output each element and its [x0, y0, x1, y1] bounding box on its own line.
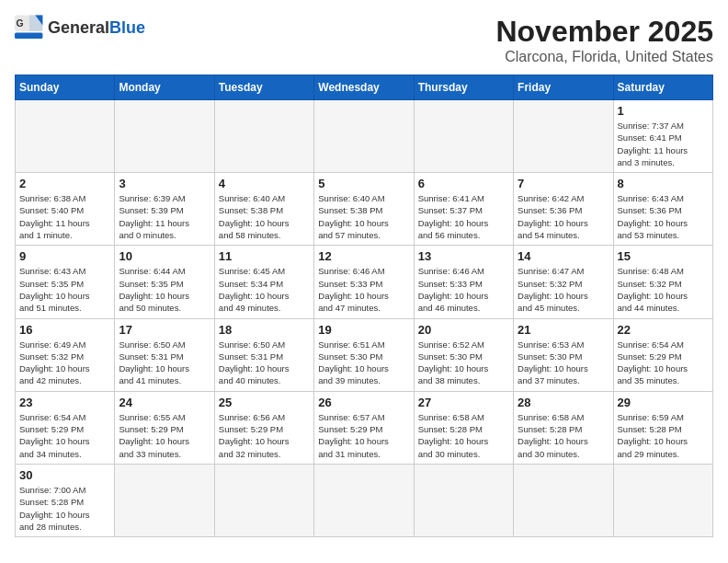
weekday-header-row: SundayMondayTuesdayWednesdayThursdayFrid…	[16, 75, 713, 100]
day-info: Sunrise: 6:50 AM Sunset: 5:31 PM Dayligh…	[119, 339, 210, 387]
calendar-week-row: 9Sunrise: 6:43 AM Sunset: 5:35 PM Daylig…	[16, 246, 713, 318]
calendar-week-row: 2Sunrise: 6:38 AM Sunset: 5:40 PM Daylig…	[16, 173, 713, 246]
day-info: Sunrise: 6:46 AM Sunset: 5:33 PM Dayligh…	[318, 265, 409, 314]
day-number: 12	[318, 249, 409, 263]
calendar-cell	[514, 464, 613, 536]
day-info: Sunrise: 6:45 AM Sunset: 5:34 PM Dayligh…	[219, 265, 310, 314]
weekday-header-tuesday: Tuesday	[214, 75, 313, 100]
day-number: 21	[518, 323, 609, 337]
calendar-cell: 11Sunrise: 6:45 AM Sunset: 5:34 PM Dayli…	[214, 246, 313, 318]
month-title: November 2025	[495, 15, 713, 49]
calendar-cell: 6Sunrise: 6:41 AM Sunset: 5:37 PM Daylig…	[414, 173, 513, 246]
calendar-cell: 23Sunrise: 6:54 AM Sunset: 5:29 PM Dayli…	[16, 391, 115, 464]
day-number: 16	[19, 323, 110, 337]
day-info: Sunrise: 6:49 AM Sunset: 5:32 PM Dayligh…	[19, 339, 110, 387]
day-info: Sunrise: 6:40 AM Sunset: 5:38 PM Dayligh…	[219, 192, 310, 241]
weekday-header-sunday: Sunday	[16, 75, 115, 100]
day-info: Sunrise: 6:55 AM Sunset: 5:29 PM Dayligh…	[119, 411, 210, 460]
calendar-cell: 29Sunrise: 6:59 AM Sunset: 5:28 PM Dayli…	[613, 391, 712, 464]
calendar-cell	[214, 100, 313, 173]
day-info: Sunrise: 6:43 AM Sunset: 5:35 PM Dayligh…	[19, 265, 110, 314]
logo-text: GeneralBlue	[48, 18, 145, 38]
day-info: Sunrise: 6:43 AM Sunset: 5:36 PM Dayligh…	[618, 192, 709, 241]
calendar-cell: 2Sunrise: 6:38 AM Sunset: 5:40 PM Daylig…	[16, 173, 115, 246]
day-number: 28	[518, 396, 609, 409]
calendar-cell: 30Sunrise: 7:00 AM Sunset: 5:28 PM Dayli…	[16, 464, 115, 536]
day-info: Sunrise: 6:58 AM Sunset: 5:28 PM Dayligh…	[518, 411, 609, 460]
day-info: Sunrise: 6:39 AM Sunset: 5:39 PM Dayligh…	[119, 192, 210, 241]
calendar-cell	[115, 100, 214, 173]
day-number: 15	[618, 249, 709, 263]
calendar-cell	[414, 464, 513, 536]
day-info: Sunrise: 6:48 AM Sunset: 5:32 PM Dayligh…	[618, 265, 709, 314]
calendar-cell: 3Sunrise: 6:39 AM Sunset: 5:39 PM Daylig…	[115, 173, 214, 246]
day-number: 22	[618, 323, 709, 337]
day-info: Sunrise: 6:59 AM Sunset: 5:28 PM Dayligh…	[618, 411, 709, 460]
day-number: 6	[418, 177, 509, 190]
day-info: Sunrise: 6:47 AM Sunset: 5:32 PM Dayligh…	[518, 265, 609, 314]
calendar-cell	[16, 100, 115, 173]
day-number: 27	[418, 396, 509, 409]
calendar-cell: 16Sunrise: 6:49 AM Sunset: 5:32 PM Dayli…	[16, 318, 115, 391]
weekday-header-wednesday: Wednesday	[314, 75, 414, 100]
calendar-cell	[613, 464, 712, 536]
header: G GeneralBlue November 2025 Clarcona, Fl…	[15, 15, 713, 65]
day-number: 3	[119, 177, 210, 190]
calendar-cell: 18Sunrise: 6:50 AM Sunset: 5:31 PM Dayli…	[214, 318, 313, 391]
day-info: Sunrise: 6:50 AM Sunset: 5:31 PM Dayligh…	[219, 339, 310, 387]
day-info: Sunrise: 6:57 AM Sunset: 5:29 PM Dayligh…	[318, 411, 409, 460]
calendar-cell	[115, 464, 214, 536]
calendar-cell: 7Sunrise: 6:42 AM Sunset: 5:36 PM Daylig…	[514, 173, 613, 246]
calendar-cell: 19Sunrise: 6:51 AM Sunset: 5:30 PM Dayli…	[314, 318, 414, 391]
day-number: 11	[219, 249, 310, 263]
day-info: Sunrise: 6:56 AM Sunset: 5:29 PM Dayligh…	[219, 411, 310, 460]
day-info: Sunrise: 6:53 AM Sunset: 5:30 PM Dayligh…	[518, 339, 609, 387]
day-info: Sunrise: 7:37 AM Sunset: 6:41 PM Dayligh…	[618, 120, 709, 168]
calendar-cell: 22Sunrise: 6:54 AM Sunset: 5:29 PM Dayli…	[613, 318, 712, 391]
calendar-week-row: 23Sunrise: 6:54 AM Sunset: 5:29 PM Dayli…	[16, 391, 713, 464]
day-number: 30	[19, 468, 110, 482]
weekday-header-friday: Friday	[514, 75, 613, 100]
weekday-header-monday: Monday	[115, 75, 214, 100]
calendar-cell	[414, 100, 513, 173]
calendar-week-row: 30Sunrise: 7:00 AM Sunset: 5:28 PM Dayli…	[16, 464, 713, 536]
calendar-cell: 8Sunrise: 6:43 AM Sunset: 5:36 PM Daylig…	[613, 173, 712, 246]
day-number: 5	[318, 177, 409, 190]
title-area: November 2025 Clarcona, Florida, United …	[495, 15, 713, 65]
day-info: Sunrise: 6:40 AM Sunset: 5:38 PM Dayligh…	[318, 192, 409, 241]
calendar-cell: 25Sunrise: 6:56 AM Sunset: 5:29 PM Dayli…	[214, 391, 313, 464]
day-number: 23	[19, 396, 110, 409]
logo: G GeneralBlue	[15, 15, 145, 40]
calendar-cell: 12Sunrise: 6:46 AM Sunset: 5:33 PM Dayli…	[314, 246, 414, 318]
day-info: Sunrise: 6:38 AM Sunset: 5:40 PM Dayligh…	[19, 192, 110, 241]
day-number: 17	[119, 323, 210, 337]
calendar-cell: 21Sunrise: 6:53 AM Sunset: 5:30 PM Dayli…	[514, 318, 613, 391]
day-number: 19	[318, 323, 409, 337]
day-info: Sunrise: 7:00 AM Sunset: 5:28 PM Dayligh…	[19, 484, 110, 533]
calendar-cell: 14Sunrise: 6:47 AM Sunset: 5:32 PM Dayli…	[514, 246, 613, 318]
calendar-cell: 5Sunrise: 6:40 AM Sunset: 5:38 PM Daylig…	[314, 173, 414, 246]
day-number: 18	[219, 323, 310, 337]
calendar-cell: 27Sunrise: 6:58 AM Sunset: 5:28 PM Dayli…	[414, 391, 513, 464]
svg-rect-4	[15, 33, 42, 39]
weekday-header-thursday: Thursday	[414, 75, 513, 100]
day-info: Sunrise: 6:54 AM Sunset: 5:29 PM Dayligh…	[618, 339, 709, 387]
day-info: Sunrise: 6:54 AM Sunset: 5:29 PM Dayligh…	[19, 411, 110, 460]
day-number: 1	[618, 104, 709, 118]
logo-general: GeneralBlue	[48, 18, 145, 37]
weekday-header-saturday: Saturday	[613, 75, 712, 100]
calendar-week-row: 16Sunrise: 6:49 AM Sunset: 5:32 PM Dayli…	[16, 318, 713, 391]
calendar-cell: 10Sunrise: 6:44 AM Sunset: 5:35 PM Dayli…	[115, 246, 214, 318]
day-info: Sunrise: 6:44 AM Sunset: 5:35 PM Dayligh…	[119, 265, 210, 314]
calendar-cell	[314, 100, 414, 173]
day-number: 2	[19, 177, 110, 190]
day-number: 14	[518, 249, 609, 263]
day-info: Sunrise: 6:51 AM Sunset: 5:30 PM Dayligh…	[318, 339, 409, 387]
location-title: Clarcona, Florida, United States	[495, 49, 713, 65]
day-number: 13	[418, 249, 509, 263]
calendar-cell: 24Sunrise: 6:55 AM Sunset: 5:29 PM Dayli…	[115, 391, 214, 464]
logo-blue: Blue	[109, 18, 145, 37]
day-info: Sunrise: 6:42 AM Sunset: 5:36 PM Dayligh…	[518, 192, 609, 241]
calendar: SundayMondayTuesdayWednesdayThursdayFrid…	[15, 75, 713, 537]
calendar-cell: 28Sunrise: 6:58 AM Sunset: 5:28 PM Dayli…	[514, 391, 613, 464]
